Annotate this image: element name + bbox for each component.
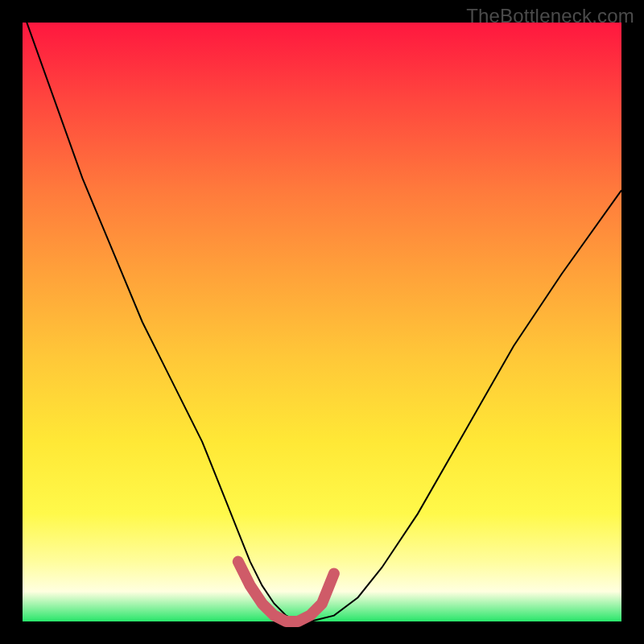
watermark-text: TheBottleneck.com [466,5,634,27]
optimal-range-marker [238,562,334,621]
plot-area [23,23,621,621]
bottleneck-curve [23,10,621,621]
plot-svg [23,23,621,621]
